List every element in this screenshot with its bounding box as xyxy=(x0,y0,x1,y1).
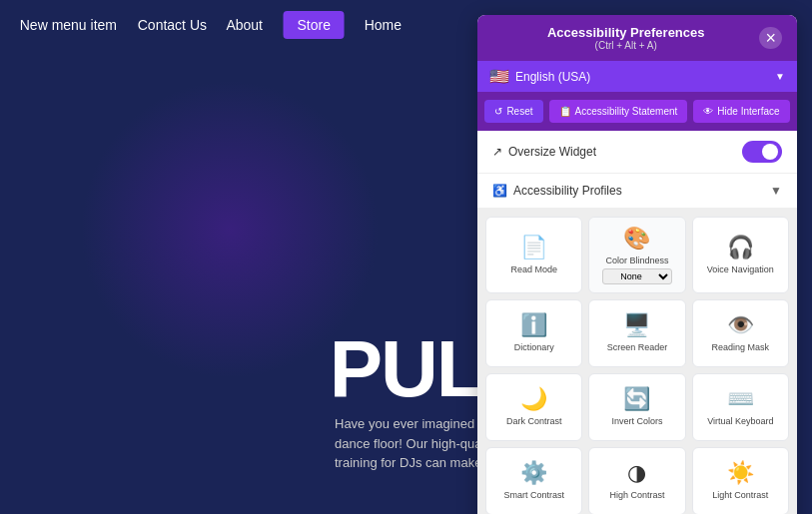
close-button[interactable]: × xyxy=(759,27,782,49)
nav-new-item[interactable]: New menu item xyxy=(20,17,117,33)
option-read-mode[interactable]: 📄 Read Mode xyxy=(485,217,582,293)
profiles-row[interactable]: ♿ Accessibility Profiles ▼ xyxy=(477,174,797,209)
chevron-down-icon: ▼ xyxy=(775,71,785,82)
panel-shortcut: (Ctrl + Alt + A) xyxy=(595,40,657,51)
nav-about[interactable]: About xyxy=(227,17,264,33)
smart-contrast-icon: ⚙️ xyxy=(520,460,547,486)
dictionary-icon: ℹ️ xyxy=(520,312,547,338)
nav-home[interactable]: Home xyxy=(365,17,402,33)
option-virtual-keyboard[interactable]: ⌨️ Virtual Keyboard xyxy=(692,373,789,441)
dark-contrast-label: Dark Contrast xyxy=(506,416,562,427)
reading-mask-label: Reading Mask xyxy=(712,342,770,353)
read-mode-icon: 📄 xyxy=(520,235,547,260)
profiles-chevron-icon: ▼ xyxy=(770,184,782,198)
read-mode-label: Read Mode xyxy=(510,264,557,275)
high-contrast-label: High Contrast xyxy=(609,490,664,501)
color-blindness-label: Color Blindness xyxy=(605,256,668,266)
option-color-blindness[interactable]: 🎨 Color Blindness None Protanopia Deuter… xyxy=(588,217,685,293)
smart-contrast-label: Smart Contrast xyxy=(503,490,564,501)
option-dictionary[interactable]: ℹ️ Dictionary xyxy=(485,299,582,367)
high-contrast-icon: ◑ xyxy=(627,460,646,486)
action-buttons-bar: ↺ Reset 📋 Accessibility Statement 👁 Hide… xyxy=(477,92,797,131)
nav-contact[interactable]: Contact Us xyxy=(137,17,206,33)
invert-colors-icon: 🔄 xyxy=(623,386,650,412)
reset-label: Reset xyxy=(506,106,532,117)
hide-interface-button[interactable]: 👁 Hide Interface xyxy=(693,100,789,123)
option-reading-mask[interactable]: 👁️ Reading Mask xyxy=(692,299,789,367)
light-contrast-icon: ☀️ xyxy=(727,460,754,486)
oversize-text: Oversize Widget xyxy=(508,145,596,159)
reading-mask-icon: 👁️ xyxy=(727,312,754,338)
option-screen-reader[interactable]: 🖥️ Screen Reader xyxy=(588,299,685,367)
dark-contrast-icon: 🌙 xyxy=(520,386,547,412)
option-smart-contrast[interactable]: ⚙️ Smart Contrast xyxy=(485,447,582,514)
reset-button[interactable]: ↺ Reset xyxy=(484,100,542,123)
statement-label: Accessibility Statement xyxy=(575,106,678,117)
oversize-widget-row: ↗ Oversize Widget xyxy=(477,131,797,174)
oversize-label: ↗ Oversize Widget xyxy=(492,145,596,159)
dictionary-label: Dictionary xyxy=(514,342,554,353)
profiles-text: Accessibility Profiles xyxy=(513,184,622,198)
panel-header: Accessibility Preferences (Ctrl + Alt + … xyxy=(477,15,797,61)
voice-navigation-label: Voice Navigation xyxy=(707,264,774,275)
color-blindness-select[interactable]: None Protanopia Deuteranopia xyxy=(602,268,672,284)
statement-icon: 📋 xyxy=(559,106,571,117)
language-flag: 🇺🇸 xyxy=(489,67,509,86)
voice-navigation-icon: 🎧 xyxy=(727,235,754,260)
virtual-keyboard-label: Virtual Keyboard xyxy=(707,416,773,427)
color-blindness-icon: 🎨 xyxy=(623,226,650,252)
nav-store[interactable]: Store xyxy=(283,11,344,39)
option-high-contrast[interactable]: ◑ High Contrast xyxy=(588,447,685,514)
option-dark-contrast[interactable]: 🌙 Dark Contrast xyxy=(485,373,582,441)
accessibility-panel: Accessibility Preferences (Ctrl + Alt + … xyxy=(477,15,797,514)
profiles-icon: ♿ xyxy=(492,184,507,198)
light-contrast-label: Light Contrast xyxy=(712,490,768,501)
virtual-keyboard-icon: ⌨️ xyxy=(727,386,754,412)
option-light-contrast[interactable]: ☀️ Light Contrast xyxy=(692,447,789,514)
language-bar[interactable]: 🇺🇸 English (USA) ▼ xyxy=(477,61,797,92)
option-invert-colors[interactable]: 🔄 Invert Colors xyxy=(588,373,685,441)
panel-title: Accessibility Preferences xyxy=(547,25,705,40)
oversize-toggle[interactable] xyxy=(742,141,782,163)
statement-button[interactable]: 📋 Accessibility Statement xyxy=(549,100,688,123)
options-grid: 📄 Read Mode 🎨 Color Blindness None Prota… xyxy=(477,209,797,514)
screen-reader-label: Screen Reader xyxy=(607,342,668,353)
hide-icon: 👁 xyxy=(703,106,713,117)
screen-reader-icon: 🖥️ xyxy=(623,312,650,338)
oversize-icon: ↗ xyxy=(492,145,502,159)
option-voice-navigation[interactable]: 🎧 Voice Navigation xyxy=(692,217,789,293)
profiles-label: ♿ Accessibility Profiles xyxy=(492,184,622,198)
reset-icon: ↺ xyxy=(494,106,502,117)
invert-colors-label: Invert Colors xyxy=(611,416,662,427)
language-label: English (USA) xyxy=(515,70,769,84)
hide-label: Hide Interface xyxy=(717,106,779,117)
